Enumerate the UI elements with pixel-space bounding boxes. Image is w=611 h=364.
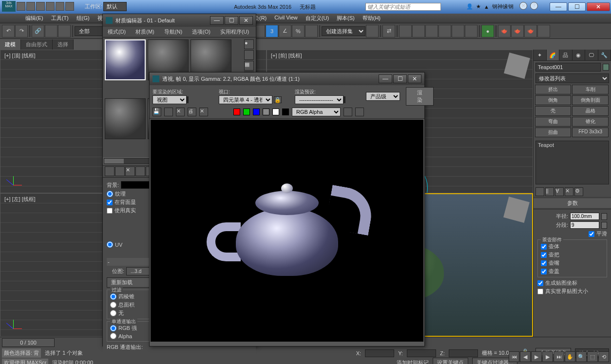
radius-spinner[interactable] (570, 213, 599, 220)
matmenu-navigate[interactable]: 导航(N) (159, 27, 187, 37)
render-minimize-button[interactable]: — (379, 74, 392, 83)
time-slider-button[interactable]: 0 / 100 (2, 338, 55, 347)
curve-editor-icon[interactable] (452, 25, 464, 37)
ribbon-tab-selection[interactable]: 选择 (53, 39, 74, 50)
render-frame-icon[interactable]: 🫖 (511, 25, 524, 37)
put-to-library-icon[interactable] (135, 166, 145, 176)
icon-star[interactable]: ★ (476, 3, 481, 10)
backlight-icon[interactable] (244, 50, 254, 60)
mateditor-maximize-button[interactable]: ☐ (225, 16, 238, 25)
icon-profile[interactable]: 👤 (466, 3, 473, 10)
toggle-overlay-icon[interactable] (344, 108, 352, 116)
mod-twist[interactable]: 扭曲 (535, 127, 571, 137)
segments-spin-arrows[interactable] (601, 222, 607, 229)
mod-bevel[interactable]: 倒角 (535, 95, 571, 105)
toggle-ribbon-icon[interactable] (439, 25, 451, 37)
tab-create-icon[interactable]: ✦ (534, 50, 547, 60)
filter-pyramid-radio[interactable] (110, 293, 116, 300)
render-maximize-button[interactable]: ☐ (393, 74, 407, 83)
render-frame-window[interactable]: 透视, 帧 0, 显示 Gamma: 2.2, RGBA 颜色 16 位/通道 … (149, 72, 425, 346)
next-frame-icon[interactable]: ▶ (542, 351, 553, 362)
prev-frame-icon[interactable]: ◀ (520, 351, 531, 362)
menu-custom[interactable]: 自定义(U) (302, 14, 333, 23)
render-titlebar[interactable]: 透视, 帧 0, 显示 Gamma: 2.2, RGBA 颜色 16 位/通道 … (150, 73, 424, 85)
assign-material-icon[interactable] (115, 166, 125, 176)
mirror-icon[interactable]: ⇄ (382, 25, 395, 37)
layer-explorer-icon[interactable] (425, 25, 438, 37)
menu-tools[interactable]: 工具(T) (47, 14, 73, 23)
mateditor-minimize-button[interactable]: — (210, 16, 224, 25)
close-button[interactable]: ✕ (587, 2, 610, 11)
mod-lathe[interactable]: 车削 (572, 85, 608, 94)
bind-spacewarp-icon[interactable] (58, 25, 71, 37)
preset-select[interactable]: ------------------------- (295, 95, 344, 104)
named-sel-edit-icon[interactable] (366, 25, 379, 37)
channel-mono-icon[interactable] (272, 109, 279, 115)
align-icon[interactable] (399, 25, 412, 37)
workspace-selector[interactable]: 默认 (103, 2, 127, 11)
matmenu-options[interactable]: 选项(O) (187, 27, 215, 37)
show-result-icon[interactable]: || (545, 187, 554, 196)
clone-frame-icon[interactable]: ✕ (176, 108, 185, 116)
tab-hierarchy-icon[interactable]: 品 (559, 50, 573, 60)
object-name-input[interactable] (535, 63, 601, 72)
play-icon[interactable]: ▶ (531, 351, 542, 362)
render-iterative-icon[interactable] (537, 25, 550, 37)
gen-mapcoords-check[interactable] (537, 280, 543, 286)
ribbon-tab-modeling[interactable]: 建模 (0, 39, 21, 50)
maximize-button[interactable]: ☐ (568, 2, 586, 11)
mono-rgb-radio[interactable] (110, 325, 116, 331)
qa-undo-icon[interactable] (46, 2, 55, 11)
render-close-button[interactable]: ✕ (408, 74, 421, 83)
material-slot-1[interactable] (105, 39, 146, 80)
redo-icon[interactable]: ↷ (15, 25, 28, 37)
mod-bend[interactable]: 弯曲 (535, 117, 571, 127)
part-spout-check[interactable] (541, 260, 547, 266)
qa-save-icon[interactable] (36, 2, 45, 11)
region-auto-icon[interactable] (188, 96, 189, 103)
stack-item-teapot[interactable]: Teapot (538, 142, 607, 148)
help-search-input[interactable] (365, 3, 441, 11)
lock-viewport-icon[interactable]: 🔒 (274, 96, 282, 103)
material-editor-icon[interactable]: ● (481, 25, 494, 37)
nav-zoom-icon[interactable]: 🔍 (576, 351, 587, 362)
make-unique-icon[interactable]: ∀ (555, 187, 564, 196)
rollout-params-header[interactable]: 参数 (534, 199, 611, 208)
undo-icon[interactable]: ↶ (2, 25, 15, 37)
qa-open-icon[interactable] (26, 2, 35, 11)
area-select[interactable]: 视图 (153, 95, 187, 104)
menu-help[interactable]: 帮助(H) (359, 14, 384, 23)
background-icon[interactable]: ▦ (244, 61, 254, 71)
angle-snap-icon[interactable]: ∠ (279, 25, 291, 37)
material-editor-titlebar[interactable]: 材质编辑器 - 01 - Default — ☐ ✕ (103, 14, 256, 27)
realworld-check[interactable] (537, 289, 543, 294)
save-image-icon[interactable]: 💾 (153, 108, 161, 116)
channel-alpha-icon[interactable] (263, 109, 269, 115)
ribbon-tab-freeform[interactable]: 自由形式 (21, 39, 53, 50)
mat-realworld-check[interactable] (107, 208, 113, 214)
tab-modify-icon[interactable]: 🌈 (547, 50, 560, 60)
render-output-view[interactable] (151, 120, 423, 342)
coord-x-input[interactable] (365, 349, 394, 357)
app-logo[interactable]: 3dsMAX (2, 1, 16, 12)
mat-texture-radio[interactable] (107, 191, 113, 197)
filter-area-radio[interactable] (110, 302, 116, 308)
channel-swatch[interactable] (282, 109, 289, 115)
modifier-list[interactable]: 修改器列表 (535, 73, 609, 83)
mono-alpha-radio[interactable] (110, 333, 116, 339)
percent-snap-icon[interactable]: % (292, 25, 305, 37)
goto-end-icon[interactable]: ⏭ (554, 351, 564, 362)
get-material-icon[interactable] (105, 166, 115, 176)
render-button[interactable]: 渲染 (406, 87, 434, 106)
channel-green-icon[interactable] (243, 109, 250, 115)
matmenu-utilities[interactable]: 实用程序(U) (215, 27, 254, 37)
menu-script[interactable]: 脚本(S) (333, 14, 359, 23)
toggle-ui-icon[interactable] (355, 108, 364, 116)
channel-red-icon[interactable] (233, 109, 240, 115)
schematic-icon[interactable] (465, 25, 477, 37)
mod-shell[interactable]: 壳 (535, 106, 571, 116)
icon-user[interactable]: ▲ (484, 4, 489, 10)
matmenu-material[interactable]: 材质(M) (131, 27, 159, 37)
part-body-check[interactable] (541, 244, 547, 250)
link-icon[interactable]: 🔗 (32, 25, 44, 37)
